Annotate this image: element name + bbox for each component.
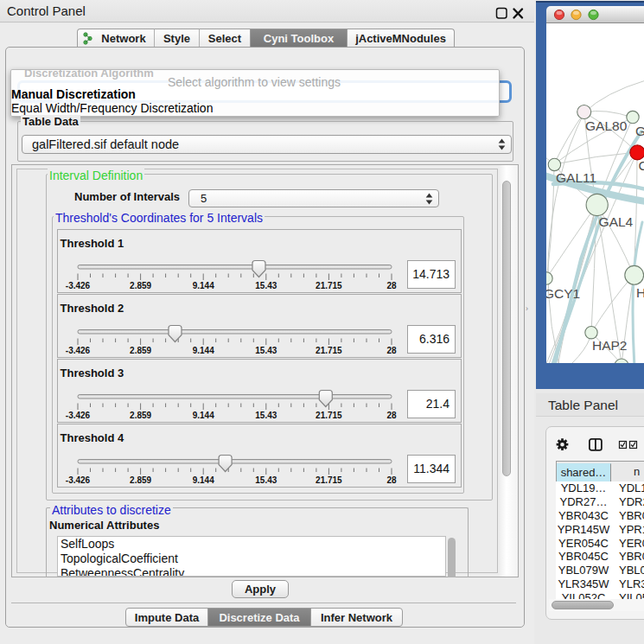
svg-text:15.43: 15.43 (255, 475, 277, 484)
svg-text:-3.426: -3.426 (66, 475, 91, 484)
svg-text:21.715: 21.715 (316, 410, 342, 419)
svg-text:2.859: 2.859 (130, 346, 151, 355)
svg-text:21.715: 21.715 (316, 346, 342, 355)
svg-text:GAL11: GAL11 (556, 170, 596, 185)
svg-text:28: 28 (386, 281, 397, 290)
svg-text:GAL4: GAL4 (599, 214, 634, 229)
svg-text:Threshold 2: Threshold 2 (61, 302, 124, 315)
svg-text:9.144: 9.144 (193, 281, 214, 290)
svg-text:21.715: 21.715 (316, 475, 342, 484)
svg-text:28: 28 (386, 475, 397, 484)
svg-text:9.144: 9.144 (193, 410, 214, 419)
svg-text:Threshold 4: Threshold 4 (61, 430, 124, 443)
svg-text:GAL80: GAL80 (585, 118, 628, 133)
svg-text:HAP2: HAP2 (592, 338, 628, 353)
svg-text:28: 28 (386, 346, 397, 355)
svg-text:-3.426: -3.426 (66, 346, 91, 355)
svg-text:15.43: 15.43 (255, 410, 277, 419)
svg-text:-3.426: -3.426 (66, 281, 91, 290)
svg-text:2.859: 2.859 (130, 410, 151, 419)
svg-text:GA: GA (635, 124, 644, 138)
svg-text:Threshold 1: Threshold 1 (61, 237, 124, 250)
svg-text:-3.426: -3.426 (66, 410, 91, 419)
svg-text:21.715: 21.715 (316, 281, 342, 290)
svg-text:2.859: 2.859 (130, 475, 151, 484)
svg-text:2.859: 2.859 (130, 281, 151, 290)
svg-text:9.144: 9.144 (193, 475, 214, 484)
svg-text:15.43: 15.43 (255, 346, 277, 355)
svg-text:9.144: 9.144 (193, 346, 214, 355)
svg-text:C: C (639, 158, 644, 173)
svg-text:GCY1: GCY1 (546, 286, 580, 301)
svg-text:Threshold 3: Threshold 3 (61, 366, 124, 379)
svg-text:28: 28 (386, 410, 397, 419)
svg-text:15.43: 15.43 (255, 281, 277, 290)
svg-text:H: H (636, 285, 644, 300)
